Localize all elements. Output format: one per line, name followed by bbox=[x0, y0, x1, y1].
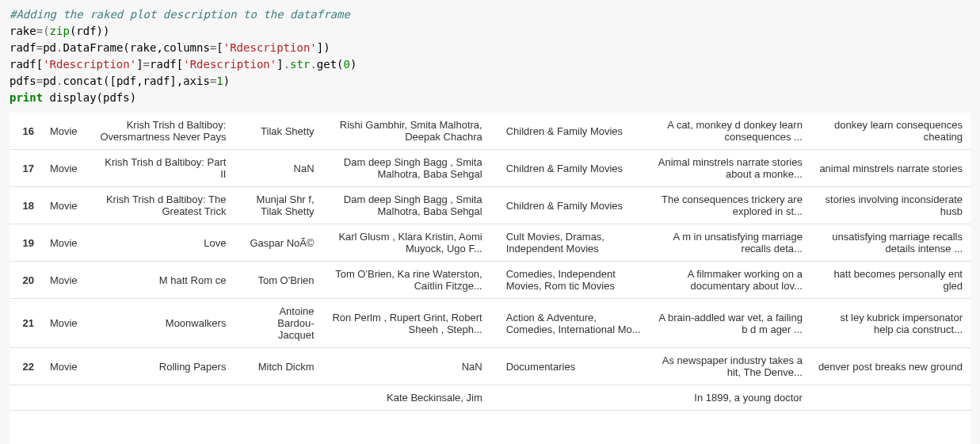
row-index: 19 bbox=[10, 224, 42, 262]
cell-title: Moonwalkers bbox=[90, 299, 235, 348]
row-index bbox=[10, 385, 42, 411]
row-index: 16 bbox=[10, 113, 42, 150]
table-row: 17 Movie Krish Trish d Baltiboy: Part II… bbox=[10, 150, 970, 187]
row-index: 17 bbox=[10, 150, 42, 187]
table-row: 16 Movie Krish Trish d Baltiboy: Oversma… bbox=[10, 113, 970, 150]
cell-title: M hatt Rom ce bbox=[90, 262, 235, 299]
cell-title: Krish Trish d Baltiboy: Oversmartness Ne… bbox=[90, 113, 235, 150]
cell-cast: Karl Glusm , Klara Kristin, Aomi Muyock,… bbox=[322, 224, 490, 262]
cell-genre: Comedies, Independent Movies, Rom tic Mo… bbox=[490, 262, 650, 299]
cell-cast: Dam deep Singh Bagg , Smita Malhotra, Ba… bbox=[322, 150, 490, 187]
row-index: 22 bbox=[10, 348, 42, 385]
cell-genre: Children & Family Movies bbox=[490, 113, 650, 150]
cell-rdescription: donkey learn consequences cheating bbox=[810, 113, 970, 150]
dataframe-table: 16 Movie Krish Trish d Baltiboy: Oversma… bbox=[10, 113, 970, 411]
cell-rdescription: st ley kubrick impersonator help cia con… bbox=[810, 299, 970, 348]
cell-description: A cat, monkey d donkey learn consequence… bbox=[650, 113, 810, 150]
table-row-partial: Kate Beckinsale, Jim In 1899, a young do… bbox=[10, 385, 970, 411]
table-row: 22 Movie Rolling Papers Mitch Dickm NaN … bbox=[10, 348, 970, 385]
cell-director: Munjal Shr f, Tilak Shetty bbox=[234, 187, 322, 224]
cell-director: Antoine Bardou-Jacquet bbox=[234, 299, 322, 348]
cell-description: As newspaper industry takes a hit, The D… bbox=[650, 348, 810, 385]
cell-director: Gaspar NoÃ© bbox=[234, 224, 322, 262]
cell-type: Movie bbox=[42, 348, 90, 385]
cell-rdescription: denver post breaks new ground bbox=[810, 348, 970, 385]
row-index: 20 bbox=[10, 262, 42, 299]
row-index: 18 bbox=[10, 187, 42, 224]
cell-description: In 1899, a young doctor bbox=[650, 385, 810, 411]
cell-description: A filmmaker working on a documentary abo… bbox=[650, 262, 810, 299]
cell-rdescription: unsatisfying marriage recalls details in… bbox=[810, 224, 970, 262]
code-cell: #Adding the raked plot description to th… bbox=[0, 0, 980, 113]
table-row: 20 Movie M hatt Rom ce Tom O'Brien Tom O… bbox=[10, 262, 970, 299]
cell-director: Tom O'Brien bbox=[234, 262, 322, 299]
cell-description: A m in unsatisfying marriage recalls det… bbox=[650, 224, 810, 262]
code-comment: #Adding the raked plot description to th… bbox=[10, 8, 350, 21]
cell-description: A brain-addled war vet, a failing b d m … bbox=[650, 299, 810, 348]
table-row: 21 Movie Moonwalkers Antoine Bardou-Jacq… bbox=[10, 299, 970, 348]
cell-genre: Children & Family Movies bbox=[490, 187, 650, 224]
cell-genre: Children & Family Movies bbox=[490, 150, 650, 187]
cell-rdescription: stories involving inconsiderate husb bbox=[810, 187, 970, 224]
cell-director: Tilak Shetty bbox=[234, 113, 322, 150]
cell-cast: Kate Beckinsale, Jim bbox=[322, 385, 490, 411]
cell-title: Krish Trish d Baltiboy: Part II bbox=[90, 150, 235, 187]
cell-cast: Tom O'Brien, Ka rine Waterston, Caitlin … bbox=[322, 262, 490, 299]
cell-title: Love bbox=[90, 224, 235, 262]
cell-director: NaN bbox=[234, 150, 322, 187]
cell-title: Rolling Papers bbox=[90, 348, 235, 385]
cell-type: Movie bbox=[42, 224, 90, 262]
cell-description: The consequences trickery are explored i… bbox=[650, 187, 810, 224]
row-index: 21 bbox=[10, 299, 42, 348]
cell-genre: Action & Adventure, Comedies, Internatio… bbox=[490, 299, 650, 348]
cell-type: Movie bbox=[42, 113, 90, 150]
cell-rdescription: hatt becomes personally ent gled bbox=[810, 262, 970, 299]
cell-cast: Dam deep Singh Bagg , Smita Malhotra, Ba… bbox=[322, 187, 490, 224]
cell-type: Movie bbox=[42, 187, 90, 224]
table-row: 19 Movie Love Gaspar NoÃ© Karl Glusm , K… bbox=[10, 224, 970, 262]
cell-type: Movie bbox=[42, 299, 90, 348]
cell-type: Movie bbox=[42, 262, 90, 299]
cell-cast: Ron Perlm , Rupert Grint, Robert Sheeh ,… bbox=[322, 299, 490, 348]
cell-genre: Documentaries bbox=[490, 348, 650, 385]
dataframe-output: 16 Movie Krish Trish d Baltiboy: Oversma… bbox=[10, 113, 970, 444]
cell-cast: Rishi Gambhir, Smita Malhotra, Deepak Ch… bbox=[322, 113, 490, 150]
cell-cast: NaN bbox=[322, 348, 490, 385]
cell-director: Mitch Dickm bbox=[234, 348, 322, 385]
cell-title: Krish Trish d Baltiboy: The Greatest Tri… bbox=[90, 187, 235, 224]
cell-rdescription: animal minstrels narrate stories bbox=[810, 150, 970, 187]
table-row: 18 Movie Krish Trish d Baltiboy: The Gre… bbox=[10, 187, 970, 224]
cell-description: Animal minstrels narrate stories about a… bbox=[650, 150, 810, 187]
cell-type: Movie bbox=[42, 150, 90, 187]
cell-genre: Cult Movies, Dramas, Independent Movies bbox=[490, 224, 650, 262]
